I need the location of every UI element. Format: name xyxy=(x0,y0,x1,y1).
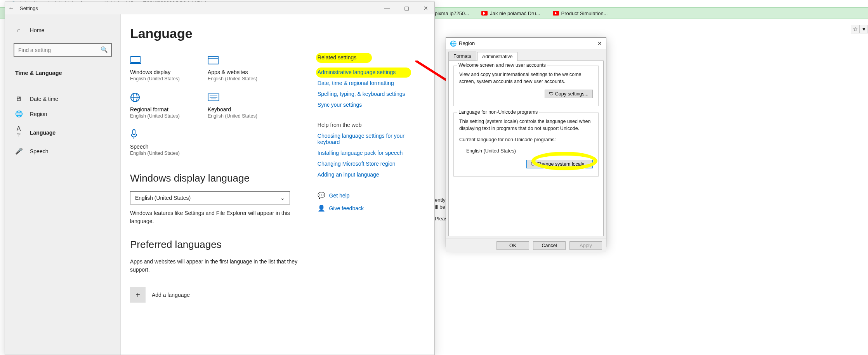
group-welcome-screen: Welcome screen and new user accounts Vie… xyxy=(453,66,599,106)
group-non-unicode: Language for non-Unicode programs This s… xyxy=(453,113,599,177)
get-help-link[interactable]: Get help xyxy=(329,192,349,199)
page-title: Language xyxy=(130,26,425,41)
search-input[interactable] xyxy=(14,43,112,57)
plus-icon: + xyxy=(130,287,146,303)
close-button[interactable]: ✕ xyxy=(597,40,602,47)
add-language-button[interactable]: + Add a language xyxy=(130,287,308,303)
region-titlebar: 🌐 Region ✕ xyxy=(446,38,606,49)
nav-speech[interactable]: 🎤 Speech xyxy=(5,144,120,159)
settings-sidebar: ⌂ Home 🔍 Time & Language 🖥 Date & time 🌐… xyxy=(5,14,121,355)
globe-icon: 🌐 xyxy=(15,110,22,118)
tile-windows-display[interactable]: Windows display English (United States) xyxy=(130,54,183,81)
mic-icon: 🎤 xyxy=(15,147,22,155)
chevron-down-icon[interactable]: ▾ xyxy=(859,25,868,33)
window-title: Settings xyxy=(20,5,38,11)
region-tabs: Formats Administrative xyxy=(448,52,604,61)
globe-icon xyxy=(130,92,183,103)
tab-administrative[interactable]: Administrative xyxy=(477,52,518,61)
region-body: Welcome screen and new user accounts Vie… xyxy=(448,61,604,236)
youtube-icon xyxy=(553,11,559,16)
copy-settings-button[interactable]: 🛡Copy settings... xyxy=(545,90,593,98)
link-install-lang-pack-speech[interactable]: Installing language pack for speech xyxy=(318,150,425,156)
svg-rect-11 xyxy=(133,130,135,135)
link-administrative-language[interactable]: Administrative language settings xyxy=(318,69,396,75)
group1-text: View and copy your international setting… xyxy=(459,71,593,85)
star-icon[interactable]: ☆ xyxy=(851,25,859,33)
home-icon: ⌂ xyxy=(15,27,22,34)
keyboard-icon xyxy=(208,92,260,103)
settings-search[interactable]: 🔍 xyxy=(14,43,112,57)
settings-main: Language Windows display English (United… xyxy=(121,14,434,355)
link-sync-settings[interactable]: Sync your settings xyxy=(318,102,425,108)
nav-date-time[interactable]: 🖥 Date & time xyxy=(5,92,120,106)
related-settings-header: Related settings xyxy=(318,54,356,61)
group1-title: Welcome screen and new user accounts xyxy=(457,62,547,68)
tile-speech[interactable]: Speech English (United States) xyxy=(130,129,183,156)
bookmark[interactable]: Jak nie połamać Dru... xyxy=(481,10,540,16)
display-language-dropdown[interactable]: English (United States) ⌄ xyxy=(130,191,290,204)
display-language-value: English (United States) xyxy=(135,195,191,201)
star-dropdown[interactable]: ☆ ▾ xyxy=(851,25,868,33)
section-preferred-languages: Preferred languages xyxy=(130,239,308,251)
link-spelling-typing-keyboard[interactable]: Spelling, typing, & keyboard settings xyxy=(318,91,425,97)
link-change-store-region[interactable]: Changing Microsoft Store region xyxy=(318,161,425,167)
nav-home[interactable]: ⌂ Home xyxy=(5,23,120,38)
cancel-button[interactable]: Cancel xyxy=(533,241,566,250)
bg-fragment: ently xyxy=(435,196,445,204)
minimize-button[interactable]: — xyxy=(382,5,392,11)
display-language-description: Windows features like Settings and File … xyxy=(130,209,301,225)
group2-text: This setting (system locale) controls th… xyxy=(459,118,593,132)
shield-icon: 🛡 xyxy=(531,161,535,167)
tab-formats[interactable]: Formats xyxy=(448,52,476,61)
window-icon xyxy=(208,54,260,66)
language-icon: A字 xyxy=(15,125,22,140)
nav-region[interactable]: 🌐 Region xyxy=(5,106,120,121)
group2-current-label: Current language for non-Unicode program… xyxy=(459,137,593,144)
section-display-language: Windows display language xyxy=(130,172,308,184)
link-add-input-language[interactable]: Adding an input language xyxy=(318,171,425,178)
dialog-buttons: OK Cancel Apply xyxy=(446,239,606,252)
tile-keyboard[interactable]: Keyboard English (United States) xyxy=(208,92,260,119)
feedback-icon: 👤 xyxy=(318,204,325,212)
language-tiles: Windows display English (United States) … xyxy=(130,54,308,156)
laptop-icon xyxy=(130,54,183,66)
link-choosing-lang-keyboard[interactable]: Choosing language settings for your keyb… xyxy=(318,133,425,145)
settings-window: ← Settings — ▢ ✕ ⌂ Home 🔍 Time & Languag… xyxy=(5,2,435,355)
mic-icon xyxy=(130,129,183,140)
maximize-button[interactable]: ▢ xyxy=(401,5,412,11)
preferred-languages-description: Apps and websites will appear in the fir… xyxy=(130,258,301,274)
close-button[interactable]: ✕ xyxy=(420,5,431,11)
svg-rect-0 xyxy=(131,57,140,62)
help-web-header: Help from the web xyxy=(318,122,425,128)
nav-section-header: Time & Language xyxy=(5,65,120,83)
group2-current-value: English (United States) xyxy=(466,148,593,154)
bg-fragment: ill be xyxy=(435,203,445,211)
nav-language[interactable]: A字 Language xyxy=(5,121,120,144)
region-dialog: 🌐 Region ✕ Formats Administrative Welcom… xyxy=(446,37,606,247)
svg-rect-2 xyxy=(208,56,218,64)
link-date-time-regional[interactable]: Date, time & regional formatting xyxy=(318,80,425,86)
region-title: Region xyxy=(459,40,475,46)
bookmark[interactable]: Product Simulation... xyxy=(553,10,608,16)
help-icon: 💬 xyxy=(318,192,325,199)
youtube-icon xyxy=(481,11,488,16)
back-button[interactable]: ← xyxy=(8,5,17,12)
apply-button[interactable]: Apply xyxy=(569,241,602,250)
globe-icon: 🌐 xyxy=(450,40,457,47)
search-icon: 🔍 xyxy=(101,46,108,53)
tile-apps-websites[interactable]: Apps & websites English (United States) xyxy=(208,54,260,81)
group2-title: Language for non-Unicode programs xyxy=(457,109,539,115)
clock-icon: 🖥 xyxy=(15,95,22,102)
give-feedback-link[interactable]: Give feedback xyxy=(329,205,364,211)
chevron-down-icon: ⌄ xyxy=(280,195,285,201)
shield-icon: 🛡 xyxy=(549,91,554,97)
change-system-locale-button[interactable]: 🛡Change system locale... xyxy=(526,160,593,168)
settings-titlebar: ← Settings — ▢ ✕ xyxy=(5,2,434,14)
ok-button[interactable]: OK xyxy=(496,241,529,250)
tile-regional-format[interactable]: Regional format English (United States) xyxy=(130,92,183,119)
